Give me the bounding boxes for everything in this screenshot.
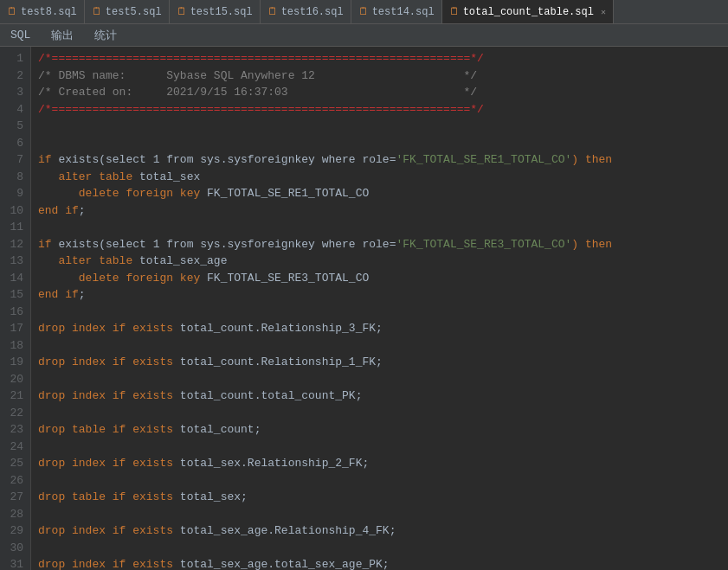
code-token: 'FK_TOTAL_SE_RE1_TOTAL_CO' [396,151,571,169]
line-number: 9 [3,185,23,202]
code-line: drop index if exists total_count.Relatio… [38,354,721,371]
code-line: drop table if exists total_count; [38,421,721,439]
file-icon: 🗒 [177,5,187,18]
line-number: 22 [3,405,23,422]
code-line: if exists(select 1 from sys.sysforeignke… [38,151,721,169]
code-line [38,506,721,523]
code-line: /* DBMS name: Sybase SQL Anywhere 12 */ [38,67,721,85]
code-token: ) then [571,236,612,253]
line-number: 20 [3,371,23,388]
code-token: drop index [38,522,106,540]
line-number: 3 [3,84,23,101]
code-content[interactable]: /*======================================… [31,47,728,570]
line-number: 24 [3,439,23,456]
file-icon: 🗒 [267,5,278,18]
code-line: if exists(select 1 from sys.sysforeignke… [38,236,721,253]
line-number: 2 [3,67,23,85]
code-token: drop index [38,354,106,371]
tab-total_count_table-sql[interactable]: 🗒total_count_table.sql✕ [442,0,614,23]
line-number: 1 [3,50,23,67]
code-token: /* DBMS name: Sybase SQL Anywhere 12 */ [38,67,477,85]
code-line: drop index if exists total_count.total_c… [38,387,721,405]
line-number: 21 [3,387,23,405]
code-token: if exists [106,421,173,439]
file-icon: 🗒 [358,5,369,18]
line-number: 31 [3,556,23,570]
code-line [38,304,721,321]
code-token: FK_TOTAL_SE_RE3_TOTAL_CO [200,270,369,287]
code-token: total_count.Relationship_1_FK; [173,354,383,371]
code-token: delete foreign key [38,185,200,202]
line-number: 8 [3,169,23,186]
line-number: 25 [3,455,23,472]
tab-test5-sql[interactable]: 🗒test5.sql [85,0,170,23]
code-line: drop index if exists total_count.Relatio… [38,320,721,337]
code-line [38,405,721,422]
code-line [38,472,721,490]
code-token: if exists [106,522,173,540]
tab-label: test8.sql [21,6,77,18]
code-token: total_count.total_count_PK; [173,387,362,405]
tab-test14-sql[interactable]: 🗒test14.sql [351,0,442,23]
code-token: if exists [106,387,173,405]
line-number: 15 [3,286,23,304]
line-number: 14 [3,270,23,287]
code-token: end if [38,202,79,220]
line-number: 12 [3,236,23,253]
line-number: 17 [3,320,23,337]
code-line [38,371,721,388]
code-token: total_sex; [173,489,248,506]
code-token: total_count; [173,421,261,439]
code-token: if exists [106,556,173,570]
code-line: /*======================================… [38,50,721,67]
line-number: 13 [3,253,23,270]
code-line: alter table total_sex [38,169,721,186]
code-token: drop index [38,455,106,472]
toolbar-item-SQL[interactable]: SQL [7,27,34,43]
line-number: 7 [3,151,23,169]
tab-label: test15.sql [190,6,253,18]
code-token: delete foreign key [38,270,200,287]
tab-test16-sql[interactable]: 🗒test16.sql [261,0,351,23]
code-line: drop index if exists total_sex_age.total… [38,556,721,570]
line-numbers: 1234567891011121314151617181920212223242… [0,47,31,570]
code-line: alter table total_sex_age [38,253,721,270]
tab-test8-sql[interactable]: 🗒test8.sql [0,0,85,23]
toolbar: SQL输出统计 [0,24,728,47]
code-token: if [38,151,52,169]
code-line: end if; [38,202,721,220]
code-line [38,135,721,152]
code-token: /*======================================… [38,50,484,67]
line-number: 4 [3,101,23,118]
line-number: 27 [3,489,23,506]
code-token: drop index [38,556,106,570]
code-token: if exists [106,354,173,371]
code-token: total_count.Relationship_3_FK; [173,320,383,337]
code-token: drop index [38,320,106,337]
toolbar-item-统计[interactable]: 统计 [91,26,120,45]
code-line: /* Created on: 2021/9/15 16:37:03 */ [38,84,721,101]
tab-test15-sql[interactable]: 🗒test15.sql [170,0,261,23]
tab-close-icon[interactable]: ✕ [601,7,606,17]
code-area: 1234567891011121314151617181920212223242… [0,47,728,570]
code-line: /*======================================… [38,101,721,118]
line-number: 23 [3,421,23,439]
toolbar-item-输出[interactable]: 输出 [48,26,77,45]
code-token: /*======================================… [38,101,484,118]
code-token: /* Created on: 2021/9/15 16:37:03 */ [38,84,477,101]
tab-label: total_count_table.sql [463,6,594,18]
tab-label: test16.sql [281,6,344,18]
code-token: if exists [106,489,173,506]
code-token: end if [38,286,79,304]
line-number: 11 [3,219,23,236]
code-token: total_sex_age.Relationship_4_FK; [173,522,396,540]
code-token: if [38,236,52,253]
code-token: total_sex_age.total_sex_age_PK; [173,556,390,570]
file-icon: 🗒 [449,5,460,18]
line-number: 19 [3,354,23,371]
code-token: exists(select 1 from sys.sysforeignkey w… [52,236,396,253]
tab-bar: 🗒test8.sql🗒test5.sql🗒test15.sql🗒test16.s… [0,0,728,24]
code-line: drop table if exists total_sex; [38,489,721,506]
code-token: if exists [106,455,173,472]
code-token: ; [79,202,86,220]
